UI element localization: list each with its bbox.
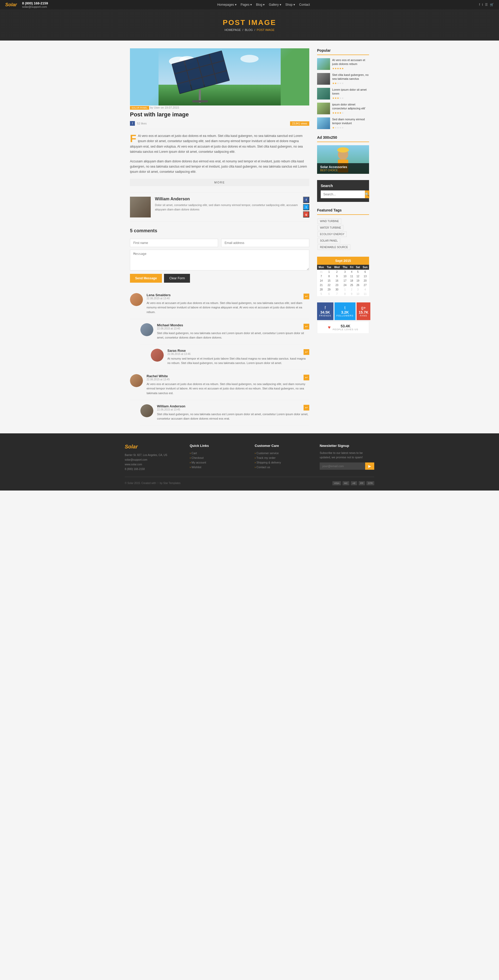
cal-day[interactable]: 9 [349, 292, 354, 296]
cal-day[interactable]: 7 [317, 274, 325, 278]
cal-day[interactable]: 14 [317, 278, 325, 283]
footer-link-track-order[interactable]: Track my order [255, 455, 309, 460]
cal-day[interactable]: 5 [317, 292, 325, 296]
reply-button-1[interactable]: ↩ [304, 294, 309, 299]
tag-water-turbine[interactable]: WATER TURBINE [317, 225, 343, 231]
cal-day[interactable]: 15 [325, 278, 333, 283]
cal-day[interactable]: 28 [317, 287, 325, 292]
breadcrumb-home[interactable]: HOMEPAGE [225, 28, 241, 32]
cal-day[interactable]: 21 [317, 283, 325, 287]
cal-day[interactable]: 12 [354, 274, 361, 278]
reply-button-2[interactable]: ↩ [304, 324, 309, 329]
cal-day[interactable]: 22 [325, 283, 333, 287]
cal-day[interactable]: 18 [349, 278, 354, 283]
cal-day[interactable]: 11 [349, 274, 354, 278]
cal-tue: Tue [325, 265, 333, 270]
cal-day[interactable]: 7 [333, 292, 341, 296]
social-top-row: f 34.5K FRIENDS t 3.2K FOLLOWERS g+ 15.7… [317, 302, 369, 320]
nav-gallery[interactable]: Gallery ▾ [269, 3, 281, 6]
footer-link-cart[interactable]: Cart [190, 451, 244, 455]
cal-day[interactable]: 25 [349, 283, 354, 287]
hero-section: POST IMAGE HOMEPAGE / BLOG / POST IMAGE [0, 10, 499, 41]
cal-day[interactable]: 3 [354, 287, 361, 292]
share-button[interactable]: f [130, 121, 135, 126]
reply-button-3[interactable]: ↩ [304, 349, 309, 355]
cal-day[interactable]: 4 [349, 270, 354, 274]
cal-day[interactable]: 27 [361, 283, 369, 287]
author-facebook-button[interactable]: f [303, 197, 309, 203]
cart-icon[interactable]: 🛒 [490, 3, 494, 6]
popular-thumb-5 [317, 118, 330, 129]
footer-link-wishlist[interactable]: Wishlist [190, 465, 244, 469]
footer-link-shipping[interactable]: Shipping & delivery [255, 460, 309, 465]
menu-icon[interactable]: ☰ [485, 3, 488, 6]
facebook-icon[interactable]: f [479, 3, 480, 6]
cal-day[interactable]: 24 [341, 283, 349, 287]
comment-name-2: Michael Mondes 22.06.2015 at 13:40 [157, 323, 183, 330]
post-body-text-2: Accusam aliquyam diam diam dolore dolore… [130, 159, 307, 174]
cal-day[interactable]: 23 [333, 283, 341, 287]
nav-homepages[interactable]: Homepages ▾ [217, 3, 236, 6]
nav-blog[interactable]: Blog ▾ [256, 3, 265, 6]
search-button[interactable]: 🔍 [365, 191, 369, 198]
tag-renewable-source[interactable]: RENEWABLE SOURCE [317, 245, 350, 250]
clear-form-button[interactable]: Clear Form [164, 274, 190, 283]
author-twitter-button[interactable]: t [303, 204, 309, 210]
footer-link-contact[interactable]: Contact us [255, 465, 309, 469]
cal-day[interactable]: 6 [325, 292, 333, 296]
newsletter-input[interactable] [320, 463, 365, 470]
cal-day[interactable]: 10 [354, 292, 361, 296]
nav-contact[interactable]: Contact [299, 3, 310, 6]
cal-day[interactable]: 4 [361, 287, 369, 292]
message-textarea[interactable] [130, 250, 309, 270]
love-stat[interactable]: ♥ 53.4K PEOPLE LOVES US [317, 321, 369, 334]
tag-solar-panel[interactable]: SOLAR PANEL [317, 238, 340, 243]
ad-box[interactable]: Solar Accessories BEST CHOICE [317, 145, 369, 174]
email-input[interactable] [221, 239, 309, 247]
cal-day[interactable]: 17 [341, 278, 349, 283]
facebook-stat[interactable]: f 34.5K FRIENDS [317, 302, 333, 320]
cal-day[interactable]: 29 [325, 287, 333, 292]
reply-button-4[interactable]: ↩ [304, 375, 309, 380]
cal-day[interactable]: 8 [325, 274, 333, 278]
twitter-stat[interactable]: t 3.2K FOLLOWERS [335, 302, 356, 320]
footer-link-customer-service[interactable]: Customer service [255, 451, 309, 455]
nav-pages[interactable]: Pages ▾ [241, 3, 252, 6]
cal-day[interactable]: 31 [317, 270, 325, 274]
cal-day[interactable]: 2 [333, 270, 341, 274]
tag-wind-turbine[interactable]: WIND TURBINE [317, 218, 341, 224]
cal-day[interactable]: 1 [325, 270, 333, 274]
author-googleplus-button[interactable]: g [303, 211, 309, 218]
cal-day[interactable]: 19 [354, 278, 361, 283]
reply-button-5[interactable]: ↩ [304, 405, 309, 410]
calendar-table: Mon Tue Wed Thu Fri Sat Sun 31 1 2 3 [317, 265, 369, 296]
cal-day[interactable]: 20 [361, 278, 369, 283]
cal-day[interactable]: 11 [361, 292, 369, 296]
more-button[interactable]: MORE [130, 179, 309, 186]
send-message-button[interactable]: Send Message [130, 274, 162, 283]
cal-day[interactable]: 5 [354, 270, 361, 274]
cal-day[interactable]: 13 [361, 274, 369, 278]
cal-day[interactable]: 8 [341, 292, 349, 296]
cal-day[interactable]: 6 [361, 270, 369, 274]
cal-day[interactable]: 10 [341, 274, 349, 278]
googleplus-stat[interactable]: g+ 15.7K FANS [357, 302, 370, 320]
cal-day[interactable]: 9 [333, 274, 341, 278]
cal-day[interactable]: 26 [354, 283, 361, 287]
tag-ecology-energy[interactable]: ECOLOGY ENERGY [317, 231, 347, 237]
cal-day[interactable]: 2 [349, 287, 354, 292]
footer-link-myaccount[interactable]: My account [190, 460, 244, 465]
twitter-icon[interactable]: t [482, 3, 483, 6]
newsletter-submit-button[interactable]: ▶ [365, 463, 374, 470]
cal-day[interactable]: 16 [333, 278, 341, 283]
nav-shop[interactable]: Shop ▾ [285, 3, 295, 6]
first-name-input[interactable] [130, 239, 218, 247]
cal-day[interactable]: 1 [341, 287, 349, 292]
cal-day[interactable]: 3 [341, 270, 349, 274]
googleplus-label: FANS [359, 314, 368, 317]
cal-day[interactable]: 30 [333, 287, 341, 292]
search-input[interactable] [321, 191, 365, 198]
comments-title: 5 comments [130, 228, 309, 234]
footer-link-checkout[interactable]: Checkout [190, 455, 244, 460]
breadcrumb-blog[interactable]: BLOG [245, 28, 253, 32]
